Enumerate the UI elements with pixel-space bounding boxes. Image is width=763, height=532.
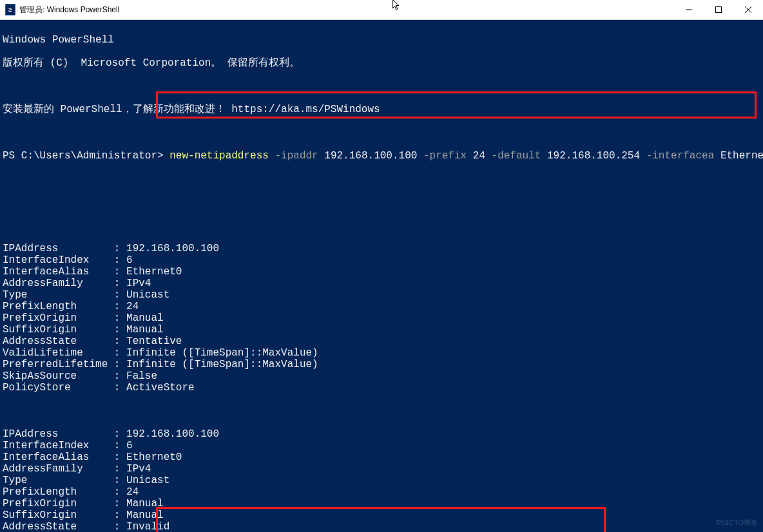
blank-line xyxy=(3,220,760,231)
output-line: InterfaceIndex : 6 xyxy=(3,254,760,266)
output-block: IPAddress : 192.168.100.100InterfaceInde… xyxy=(3,243,760,394)
output-line: PrefixLength : 24 xyxy=(3,486,760,498)
output-line: SkipAsSource : False xyxy=(3,370,760,382)
output-line: InterfaceIndex : 6 xyxy=(3,440,760,451)
output-line: InterfaceAlias : Ethernet0 xyxy=(3,451,760,463)
prompt-line: PS C:\Users\Administrator> new-netipaddr… xyxy=(3,150,760,162)
blank-line xyxy=(3,173,760,185)
output-line: AddressState : Tentative xyxy=(3,336,760,347)
terminal[interactable]: Windows PowerShell 版权所有 (C) Microsoft Co… xyxy=(0,20,763,532)
output-line: Type : Unicast xyxy=(3,475,760,486)
app-icon: ≥ xyxy=(5,5,15,15)
output-line: AddressFamily : IPv4 xyxy=(3,278,760,289)
output-line: ValidLifetime : Infinite ([TimeSpan]::Ma… xyxy=(3,347,760,359)
blank-line xyxy=(3,405,760,417)
close-button[interactable] xyxy=(733,0,763,19)
blank-line xyxy=(3,81,760,92)
output-line: InterfaceAlias : Ethernet0 xyxy=(3,266,760,278)
output-line: IPAddress : 192.168.100.100 xyxy=(3,428,760,440)
watermark-text: ©51CTO博客 xyxy=(716,517,758,528)
blank-line xyxy=(3,196,760,208)
command-new-netipaddress: new-netipaddress xyxy=(169,150,269,162)
output-line: PolicyStore : ActiveStore xyxy=(3,382,760,394)
window-title: 管理员: Windows PowerShell xyxy=(19,5,119,15)
output-line: AddressFamily : IPv4 xyxy=(3,463,760,475)
output-line: PrefixLength : 24 xyxy=(3,301,760,312)
window: ≥ 管理员: Windows PowerShell Windows PowerS… xyxy=(0,0,763,532)
maximize-button[interactable] xyxy=(704,0,733,19)
blank-line xyxy=(3,127,760,138)
output-line: PreferredLifetime : Infinite ([TimeSpan]… xyxy=(3,359,760,370)
output-line: PrefixOrigin : Manual xyxy=(3,312,760,324)
cursor-icon xyxy=(392,0,402,15)
output-line: SuffixOrigin : Manual xyxy=(3,324,760,336)
output-line: Type : Unicast xyxy=(3,289,760,301)
banner-line: Windows PowerShell xyxy=(3,34,760,46)
svg-rect-1 xyxy=(716,7,722,13)
banner-line: 版权所有 (C) Microsoft Corporation。 保留所有权利。 xyxy=(3,57,760,69)
titlebar[interactable]: ≥ 管理员: Windows PowerShell xyxy=(0,0,763,20)
highlight-box xyxy=(156,507,606,532)
highlight-box xyxy=(156,91,757,119)
minimize-button[interactable] xyxy=(674,0,704,19)
output-line: IPAddress : 192.168.100.100 xyxy=(3,243,760,254)
